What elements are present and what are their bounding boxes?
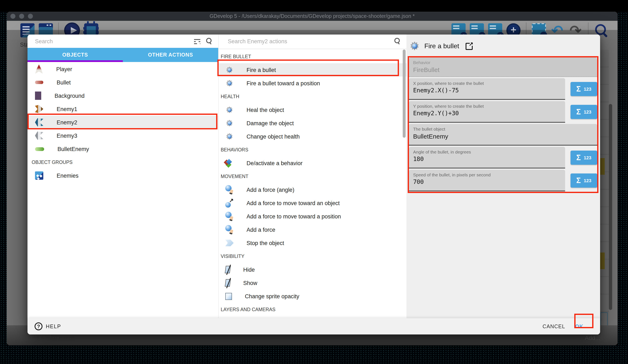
object-row-enemy2[interactable]: Enemy2 (27, 116, 218, 129)
action-row-add-a-force-angle-[interactable]: Add a force (angle) (219, 183, 406, 196)
search-icon[interactable] (206, 38, 212, 45)
force-icon (225, 185, 234, 194)
window-title: GDevelop 5 - /Users/dkarakay/Documents/G… (7, 13, 618, 19)
object-row-bullet[interactable]: Bullet (27, 76, 218, 89)
object-row-player[interactable]: Player (27, 62, 218, 76)
object-row-enemy1[interactable]: Enemy1 (27, 102, 218, 116)
action-section-movement: MOVEMENT (219, 170, 406, 183)
tab-objects[interactable]: OBJECTS (27, 48, 123, 62)
force-toward-object-icon (225, 198, 234, 208)
parameter-row: The bullet object BulletEnemy (409, 124, 597, 146)
desktop-edge-left (0, 0, 7, 364)
object-row-enemy3[interactable]: Enemy3 (27, 129, 218, 142)
parameter-input[interactable]: The bullet object BulletEnemy (409, 124, 597, 146)
action-row-show[interactable]: Show (219, 276, 406, 290)
object-row-bulletenemy[interactable]: BulletEnemy (27, 142, 218, 156)
enemy1-ship-icon (35, 105, 43, 113)
action-row-de-activate-a-behavior[interactable]: De/activate a behavior (219, 156, 406, 170)
action-parameters-panel: Fire a bullet Behavior FireBullet X posi… (406, 35, 600, 318)
bullet-icon (35, 81, 43, 84)
expression-editor-button[interactable]: Σ123 (570, 174, 597, 188)
show-icon (225, 279, 231, 287)
expression-editor-button[interactable]: Σ123 (570, 105, 597, 119)
action-section-behaviors: BEHAVIORS (219, 143, 406, 156)
action-title: Fire a bullet (424, 42, 459, 50)
action-list: FIRE BULLET Fire a bullet Fire a bullet … (219, 49, 406, 318)
action-row-damage-the-object[interactable]: Damage the object (219, 117, 406, 130)
action-row-fire-a-bullet[interactable]: Fire a bullet (219, 63, 406, 76)
help-label: HELP (46, 323, 61, 329)
player-ship-icon (35, 64, 43, 74)
action-row-add-a-force[interactable]: Add a force (219, 223, 406, 236)
action-row-change-sprite-opacity[interactable]: Change sprite opacity (219, 290, 406, 303)
help-icon: ? (35, 322, 42, 330)
parameter-input[interactable]: Y position, where to create the bullet E… (409, 101, 565, 123)
object-row-background[interactable]: Background (27, 89, 218, 102)
gear-icon (225, 79, 234, 87)
parameter-row: Speed of the bullet, in pixels per secon… (409, 170, 597, 191)
action-editor-dialog: OBJECTS OTHER ACTIONS Player Bullet Back… (27, 35, 600, 334)
action-search-input[interactable] (219, 38, 394, 44)
enemy-bullet-icon (35, 147, 44, 151)
parameter-row: X position, where to create the bullet E… (409, 78, 597, 100)
parameter-list: Behavior FireBullet X position, where to… (409, 58, 597, 191)
screen: GDevelop 5 - /Users/dkarakay/Documents/G… (0, 0, 628, 364)
search-icon[interactable] (394, 38, 401, 45)
action-list-scrollbar[interactable] (403, 50, 406, 138)
filter-icon[interactable] (194, 39, 201, 44)
action-row-add-a-force-to-move-toward-a-position[interactable]: Add a force to move toward a position (219, 210, 406, 223)
gear-icon (225, 66, 234, 74)
object-selector-panel: OBJECTS OTHER ACTIONS Player Bullet Back… (27, 35, 218, 318)
action-row-add-a-force-to-move-toward-an-object[interactable]: Add a force to move toward an object (219, 196, 406, 210)
parameter-input[interactable]: X position, where to create the bullet E… (409, 78, 565, 100)
action-row-heal-the-object[interactable]: Heal the object (219, 103, 406, 117)
object-row-enemies[interactable]: Enemies (27, 169, 218, 182)
action-row-stop-the-object[interactable]: Stop the object (219, 236, 406, 250)
parameter-input[interactable]: Speed of the bullet, in pixels per secon… (409, 170, 565, 191)
hide-icon (225, 266, 231, 273)
gear-icon (225, 106, 234, 114)
desktop-edge-bottom (0, 345, 628, 364)
object-list: Player Bullet Background Enemy1 Enemy2 E… (27, 62, 218, 318)
tab-other-actions[interactable]: OTHER ACTIONS (123, 48, 218, 62)
opacity-icon (225, 293, 232, 300)
desktop-edge-right (618, 0, 628, 364)
force-icon (225, 212, 234, 221)
action-section-health: HEALTH (219, 90, 406, 103)
object-groups-header: OBJECT GROUPS (27, 156, 218, 169)
action-header: Fire a bullet (409, 40, 597, 53)
force-icon (225, 225, 234, 234)
sigma-icon: Σ (576, 153, 581, 162)
help-button[interactable]: ? HELP (35, 322, 61, 330)
behavior-icon (225, 159, 234, 167)
window-titlebar: GDevelop 5 - /Users/dkarakay/Documents/G… (7, 12, 618, 21)
stop-icon (225, 240, 234, 246)
gear-icon (225, 119, 234, 127)
sigma-icon: Σ (576, 108, 581, 116)
objects-group-icon (35, 171, 43, 180)
action-row-fire-a-bullet-toward-a-position[interactable]: Fire a bullet toward a position (219, 76, 406, 90)
ok-button[interactable]: OK (569, 320, 589, 333)
action-section-fire-bullet: FIRE BULLET (219, 50, 406, 63)
parameter-row: Y position, where to create the bullet E… (409, 101, 597, 123)
parameter-input[interactable]: Behavior FireBullet (409, 58, 597, 77)
cancel-button[interactable]: CANCEL (538, 320, 569, 333)
parameter-input[interactable]: Angle of the bullet, in degrees 180 (409, 147, 565, 169)
parameter-row: Angle of the bullet, in degrees 180 Σ123 (409, 147, 597, 169)
action-search-row (219, 35, 406, 48)
expression-editor-button[interactable]: Σ123 (570, 151, 597, 165)
sigma-icon: Σ (576, 85, 581, 93)
action-section-layers-and-cameras: LAYERS AND CAMERAS (219, 303, 406, 316)
object-search-row (27, 35, 218, 48)
desktop-edge-top (0, 0, 628, 12)
object-search-input[interactable] (27, 38, 194, 44)
sigma-icon: Σ (576, 176, 581, 185)
open-in-new-icon[interactable] (465, 43, 472, 50)
action-row-hide[interactable]: Hide (219, 263, 406, 276)
action-row-change-object-health[interactable]: Change object health (219, 130, 406, 143)
enemy3-ship-icon (35, 131, 43, 140)
enemy2-ship-icon (35, 118, 43, 126)
background-icon (35, 92, 41, 100)
expression-editor-button[interactable]: Σ123 (570, 82, 597, 96)
action-selector-panel: FIRE BULLET Fire a bullet Fire a bullet … (218, 35, 406, 318)
